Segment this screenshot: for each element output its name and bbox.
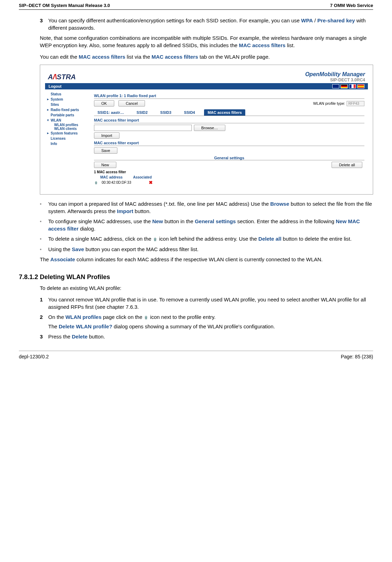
col-associated: Associated	[133, 175, 152, 179]
associate-link: Associate	[50, 256, 75, 262]
flag-fr-icon[interactable]	[349, 84, 356, 88]
section-heading: 7.8.1.2 Deleting WLAN Profiles	[40, 273, 373, 281]
import-link: Import	[117, 208, 133, 214]
sidebar-item-system[interactable]: System	[46, 97, 89, 102]
footer-right: Page: 85 (238)	[341, 354, 373, 359]
profile-heading: WLAN profile 1: 1 Radio fixed part	[94, 94, 364, 99]
ssid-tabs: SSID1: aastr… SSID2 SSID3 SSID4 MAC acce…	[94, 109, 364, 116]
sidebar-item-status[interactable]: Status	[46, 92, 89, 97]
sidebar-item-system-features[interactable]: System features	[46, 131, 89, 136]
mac-address-value: 00:30:42:0D:DF:33	[102, 181, 131, 184]
general-settings-heading: General settings	[94, 156, 364, 160]
mac-table-header: MAC address Associated	[94, 175, 364, 179]
page-footer: depl-1230/0.2 Page: 85 (238)	[19, 351, 373, 362]
tab-ssid1[interactable]: SSID1: aastr…	[94, 109, 128, 116]
sidebar: Status System Sites Radio fixed parts Po…	[45, 89, 90, 189]
delete-wlan-profile-link: Delete WLAN profile?	[59, 323, 112, 329]
tab-ssid3[interactable]: SSID3	[157, 109, 175, 116]
wlan-profiles-link: WLAN profiles	[65, 314, 101, 320]
omm-screenshot: A/\STRA OpenMobility Manager SIP-DECT 3.…	[40, 65, 373, 195]
heading-title: Deleting WLAN Profiles	[40, 273, 110, 281]
aastra-logo: A/\STRA	[48, 73, 76, 81]
para-delete-intro: To delete an existing WLAN profile:	[40, 284, 373, 292]
sidebar-item-wlan-profiles[interactable]: WLAN profiles	[46, 123, 89, 127]
tab-ssid2[interactable]: SSID2	[133, 109, 151, 116]
file-path-input[interactable]	[94, 125, 192, 131]
import-heading: MAC access filter import	[94, 118, 364, 123]
app-title: OpenMobility Manager SIP-DECT 3.0RC4	[305, 71, 365, 82]
item-number: 3	[40, 17, 48, 31]
para-note: Note, that some configuration combinatio…	[40, 34, 373, 49]
bullet-import: • You can import a prepared list of MAC …	[40, 200, 373, 215]
page-header: SIP–DECT OM System Manual Release 3.0 7 …	[19, 0, 373, 10]
profile-type-label: WLAN profile type:	[313, 101, 345, 105]
logout-link[interactable]: Logout	[49, 84, 61, 88]
mac-filters-tab-link: MAC access filters	[152, 54, 198, 60]
filter-count-label: 1 MAC access filter	[94, 170, 364, 174]
bullet-marker: •	[40, 218, 48, 232]
tab-ssid4[interactable]: SSID4	[180, 109, 198, 116]
import-button[interactable]: Import	[94, 132, 119, 139]
profile-type-select[interactable]: RFP43	[347, 101, 364, 106]
delete-all-link: Delete all	[259, 236, 282, 242]
new-link: New	[152, 218, 163, 224]
tab-mac-access-filters[interactable]: MAC access filters	[204, 109, 245, 116]
item-text: You can specify different authentication…	[48, 17, 373, 31]
delete-all-button[interactable]: Delete all	[332, 162, 362, 168]
export-heading: MAC access filter export	[94, 141, 364, 146]
numbered-item-3: 3 You can specify different authenticati…	[40, 17, 373, 31]
trash-icon	[144, 315, 148, 320]
language-flags	[332, 84, 364, 88]
sidebar-item-rfp[interactable]: Radio fixed parts	[46, 107, 89, 112]
trash-icon	[153, 237, 158, 242]
trash-icon[interactable]	[94, 181, 98, 185]
bullet-marker: •	[40, 246, 48, 253]
header-left: SIP–DECT OM System Manual Release 3.0	[19, 3, 110, 8]
flag-de-icon[interactable]	[341, 84, 348, 88]
save-button[interactable]: Save	[94, 147, 117, 154]
para-edit: You can edit the MAC access filters list…	[40, 53, 373, 60]
sidebar-item-wlan-clients[interactable]: WLAN clients	[46, 127, 89, 131]
sidebar-item-info[interactable]: Info	[46, 141, 89, 146]
col-mac-address: MAC address	[100, 175, 123, 179]
delete-link: Delete	[72, 334, 88, 340]
sidebar-item-wlan[interactable]: WLAN	[46, 118, 89, 123]
mac-filters-link: MAC access filters	[79, 54, 125, 60]
not-associated-icon: ✖	[149, 180, 153, 185]
cancel-button[interactable]: Cancel	[118, 100, 145, 107]
footer-left: depl-1230/0.2	[19, 354, 49, 359]
sidebar-item-pp[interactable]: Portable parts	[46, 112, 89, 118]
delete-step-3: 3 Press the Delete button.	[40, 333, 373, 340]
sidebar-item-licenses[interactable]: Licenses	[46, 136, 89, 141]
bullet-marker: •	[40, 235, 48, 243]
browse-link: Browse	[270, 201, 289, 207]
flag-uk-icon[interactable]	[332, 84, 339, 88]
delete-step-2: 2 On the WLAN profiles page click on the…	[40, 313, 373, 330]
para-associate: The Associate column indicates for each …	[40, 256, 373, 263]
psk-link: Pre-shared key	[317, 17, 355, 23]
top-bar: Logout	[45, 83, 368, 89]
ok-button[interactable]: OK	[94, 100, 114, 107]
mac-filters-link: MAC access filters	[239, 42, 285, 48]
new-button[interactable]: New	[94, 162, 116, 168]
wpa-link: WPA	[301, 17, 313, 23]
bullet-marker: •	[40, 200, 48, 215]
save-link: Save	[72, 246, 84, 252]
bullet-new: • To configure single MAC addresses, use…	[40, 218, 373, 232]
general-settings-link: General settings	[195, 218, 236, 224]
header-right: 7 OMM Web Service	[330, 3, 373, 8]
bullet-save: • Using the Save button you can export t…	[40, 246, 373, 253]
delete-step-1: 1 You cannot remove WLAN profile that is…	[40, 296, 373, 311]
bullet-delete: • To delete a single MAC address, click …	[40, 235, 373, 243]
heading-number: 7.8.1.2	[19, 273, 40, 281]
flag-es-icon[interactable]	[357, 84, 364, 88]
mac-table-row: 00:30:42:0D:DF:33 ✖	[94, 179, 364, 186]
sidebar-item-sites[interactable]: Sites	[46, 102, 89, 107]
main-panel: WLAN profile 1: 1 Radio fixed part OK Ca…	[90, 89, 368, 189]
browse-button[interactable]: Browse…	[194, 125, 225, 131]
